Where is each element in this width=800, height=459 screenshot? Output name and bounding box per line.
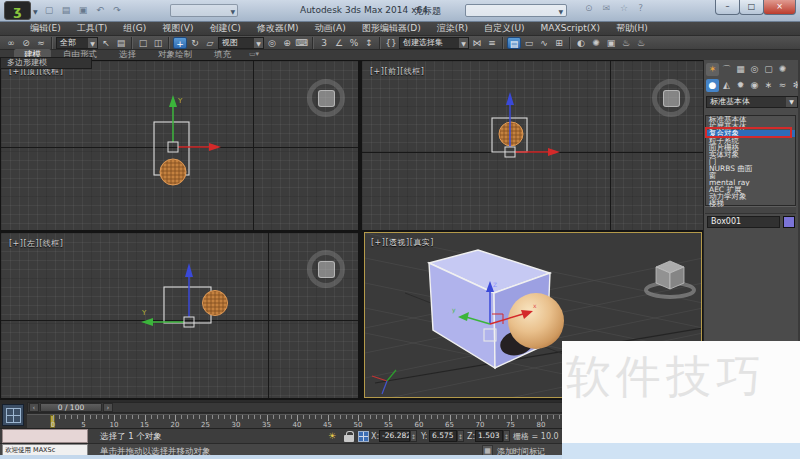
infocenter-search-input[interactable]: ▼ xyxy=(465,4,567,17)
object-type-dropdown[interactable]: 标准基本体 ▼ xyxy=(706,96,798,108)
angle-snap-icon[interactable]: ∠ xyxy=(332,37,346,49)
select-object-icon[interactable]: ↖ xyxy=(99,37,113,49)
workspace-selector[interactable]: ▼ xyxy=(170,4,238,17)
edit-named-sets-icon[interactable]: {} xyxy=(384,37,398,49)
named-sets-dropdown[interactable]: 创建选择集▼ xyxy=(399,37,469,49)
render-iterative-icon[interactable]: ♨ xyxy=(634,37,648,49)
menu-item[interactable]: MAXScript(X) xyxy=(533,22,608,35)
name-color-rollout[interactable] xyxy=(705,206,796,214)
menu-item[interactable]: 编辑(E) xyxy=(22,22,69,35)
viewport-front-label[interactable]: [+][前][线框] xyxy=(370,66,424,77)
tab-create[interactable]: ✶ xyxy=(706,63,719,76)
menu-item[interactable]: 动画(A) xyxy=(307,22,354,35)
dropdown-item[interactable]: 楼梯 xyxy=(706,200,795,207)
curve-editor-icon[interactable]: ∿ xyxy=(537,37,551,49)
tab-display[interactable]: ▢ xyxy=(762,63,775,76)
category-space-warps[interactable]: ≈ xyxy=(776,79,789,92)
category-cameras[interactable]: ◉ xyxy=(748,79,761,92)
coord-z-spinner[interactable]: ↕ xyxy=(503,430,510,442)
mirror-icon[interactable]: ⋈ xyxy=(470,37,484,49)
gizmo-z-arrow[interactable] xyxy=(185,263,193,277)
time-slider-handle[interactable]: 0 / 100 xyxy=(40,403,102,412)
render-setup-icon[interactable]: ✺ xyxy=(589,37,603,49)
viewport-left-label[interactable]: [+][左][线框] xyxy=(9,238,63,249)
tab-modify[interactable]: ⌒ xyxy=(720,63,733,76)
select-and-manipulate-icon[interactable]: ⊕ xyxy=(280,37,294,49)
coord-y-field[interactable]: 6.575 xyxy=(429,430,457,442)
menu-item[interactable]: 帮助(H) xyxy=(608,22,656,35)
sphere-wireframe[interactable] xyxy=(203,291,228,316)
spinner-snap-icon[interactable]: ↕ xyxy=(362,37,376,49)
object-color-swatch[interactable] xyxy=(783,216,795,228)
ribbon-tab[interactable]: 填充 xyxy=(204,49,241,60)
select-and-rotate-icon[interactable]: ↻ xyxy=(188,37,202,49)
tab-motion[interactable]: ◎ xyxy=(748,63,761,76)
menu-item[interactable]: 自定义(U) xyxy=(476,22,533,35)
viewcube-icon[interactable] xyxy=(646,261,694,297)
dropdown-item[interactable]: 窗 xyxy=(706,172,795,179)
menu-item[interactable]: 工具(T) xyxy=(69,22,116,35)
new-scene-icon[interactable]: ▢ xyxy=(42,3,56,18)
schematic-view-icon[interactable]: ⊞ xyxy=(552,37,566,49)
dropdown-item[interactable]: 粒子系统 xyxy=(706,137,795,144)
isolate-selection-icon[interactable]: ☀ xyxy=(326,430,338,442)
unlink-selection-icon[interactable]: ⊘ xyxy=(19,37,33,49)
select-and-move-icon[interactable]: + xyxy=(173,37,187,49)
sphere-wireframe[interactable] xyxy=(160,159,186,185)
redo-icon[interactable]: ↷ xyxy=(110,3,124,18)
gizmo-center[interactable] xyxy=(168,142,178,152)
menu-item[interactable]: 渲染(R) xyxy=(429,22,476,35)
object-name-field[interactable]: Box001 xyxy=(707,216,780,228)
reference-coordinate-dropdown[interactable]: 视图▼ xyxy=(218,37,264,49)
render-production-icon[interactable]: ♨ xyxy=(619,37,633,49)
category-helpers[interactable]: ∗ xyxy=(762,79,775,92)
percent-snap-icon[interactable]: % xyxy=(347,37,361,49)
gizmo-z-arrow[interactable] xyxy=(506,92,514,105)
gizmo-center[interactable] xyxy=(184,317,194,327)
coord-z-field[interactable]: 1.503 xyxy=(475,430,503,442)
dropdown-item[interactable]: 复合对象 xyxy=(706,130,795,137)
bind-to-space-warp-icon[interactable]: ≈ xyxy=(34,37,48,49)
undo-icon[interactable]: ↶ xyxy=(93,3,107,18)
dropdown-item[interactable]: 面片栅格 xyxy=(706,144,795,151)
dropdown-item[interactable]: mental ray xyxy=(706,179,795,186)
viewport-left[interactable]: Y [+][左][线框] xyxy=(1,233,358,398)
app-logo-icon[interactable]: ʒ xyxy=(4,1,31,20)
ribbon-toggle-icon[interactable]: ▭ xyxy=(522,37,536,49)
ribbon-tab[interactable]: 对象绘制 xyxy=(148,49,202,60)
coord-x-spinner[interactable]: ↕ xyxy=(410,430,417,442)
viewcube-icon[interactable] xyxy=(307,79,345,117)
viewport-front[interactable]: [+][前][线框] xyxy=(362,61,703,230)
use-pivot-center-icon[interactable]: ◎ xyxy=(265,37,279,49)
dropdown-item[interactable]: 门 xyxy=(706,158,795,165)
app-menu-arrow-icon[interactable]: ▼ xyxy=(33,8,38,15)
rendered-frame-icon[interactable]: ▣ xyxy=(604,37,618,49)
viewcube-icon[interactable] xyxy=(652,79,690,117)
tab-hierarchy[interactable]: ▦ xyxy=(734,63,747,76)
viewport-top[interactable]: Y [+][顶][线框] xyxy=(1,61,358,230)
select-and-scale-icon[interactable]: ▱ xyxy=(203,37,217,49)
coord-y-spinner[interactable]: ↕ xyxy=(457,430,464,442)
previous-frame-button[interactable]: ‹ xyxy=(29,403,39,412)
gizmo-x-arrow[interactable] xyxy=(548,148,560,156)
open-file-icon[interactable]: ▤ xyxy=(59,3,73,18)
category-geometry[interactable]: ● xyxy=(706,79,719,92)
window-crossing-icon[interactable]: ◫ xyxy=(151,37,165,49)
dropdown-item[interactable]: 动力学对象 xyxy=(706,193,795,200)
align-icon[interactable]: ≡ xyxy=(485,37,499,49)
ribbon-minimize-icon[interactable]: ▭▾ xyxy=(243,49,265,60)
layer-manager-icon[interactable]: ▤ xyxy=(507,37,521,49)
category-lights[interactable]: ✹ xyxy=(734,79,747,92)
menu-item[interactable]: 创建(C) xyxy=(201,22,248,35)
favorites-icon[interactable]: ☆ xyxy=(620,3,628,13)
menu-item[interactable]: 图形编辑器(D) xyxy=(354,22,429,35)
communication-center-icon[interactable]: ✉ xyxy=(603,3,611,13)
select-and-link-icon[interactable]: ∞ xyxy=(4,37,18,49)
sphere-wireframe[interactable] xyxy=(499,122,523,146)
maxscript-mini-listener[interactable] xyxy=(2,429,88,443)
infocenter-search-icon[interactable]: ⊙ xyxy=(585,3,593,13)
menu-item[interactable]: 修改器(M) xyxy=(249,22,307,35)
dropdown-item[interactable]: 扩展基本体 xyxy=(706,123,795,130)
rectangular-selection-icon[interactable]: □ xyxy=(136,37,150,49)
maximize-button[interactable]: □ xyxy=(739,0,764,15)
